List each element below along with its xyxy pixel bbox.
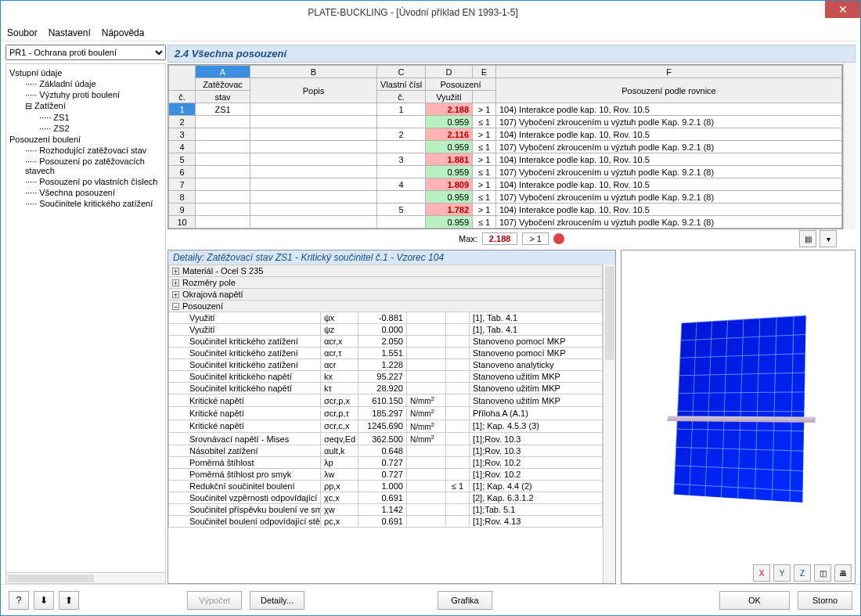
- footer: ? ⬇ ⬆ Výpočet Detaily... Grafika OK Stor…: [1, 584, 860, 615]
- view-print-icon[interactable]: 🖶: [834, 564, 852, 582]
- preview-3d[interactable]: [621, 250, 855, 563]
- detail-group[interactable]: +Materiál - Ocel S 235: [169, 265, 603, 277]
- app-window: PLATE-BUCKLING - [Úvodní příklad EN 1993…: [0, 0, 861, 616]
- detail-row[interactable]: Srovnávací napětí - Misesσeqv,Ed362.500N…: [169, 432, 603, 445]
- tree-item[interactable]: ····· Posouzení po vlastních číslech: [8, 176, 164, 187]
- titlebar: PLATE-BUCKLING - [Úvodní příklad EN 1993…: [1, 1, 860, 24]
- section-title: 2.4 Všechna posouzení: [168, 45, 856, 63]
- max-value: 2.188: [482, 232, 518, 245]
- ok-button[interactable]: OK: [719, 591, 790, 610]
- details-title: Detaily: Zatěžovací stav ZS1 - Kritický …: [168, 250, 615, 265]
- details-button[interactable]: Detaily...: [250, 591, 304, 610]
- preview-panel: X Y Z ◫ 🖶: [621, 250, 856, 584]
- col-D[interactable]: D: [426, 66, 473, 78]
- col-E[interactable]: E: [473, 66, 496, 78]
- detail-row[interactable]: Součinitel boulení odpovídající stěněρc,…: [169, 516, 603, 528]
- lower-panel: Detaily: Zatěžovací stav ZS1 - Kritický …: [168, 250, 856, 584]
- table-row[interactable]: 951.782> 1104) Interakce podle kap. 10, …: [169, 204, 842, 216]
- export-icon[interactable]: ⬆: [59, 591, 79, 610]
- col-B[interactable]: B: [250, 66, 377, 78]
- tree-item[interactable]: ····· ZS2: [8, 123, 164, 134]
- filter-button-2[interactable]: ▾: [820, 230, 837, 247]
- detail-row[interactable]: Součinitel kritického zatíženíαcr,τ1.551…: [169, 348, 603, 359]
- detail-group[interactable]: +Rozměry pole: [169, 277, 603, 289]
- col-C[interactable]: C: [377, 66, 426, 78]
- cancel-button[interactable]: Storno: [798, 591, 852, 610]
- detail-row[interactable]: Součinitel vzpěrnosti odpovídající prutu…: [169, 492, 603, 504]
- details-panel: Detaily: Zatěžovací stav ZS1 - Kritický …: [168, 250, 616, 584]
- tree-item[interactable]: ····· Výztuhy proti boulení: [8, 89, 164, 100]
- col-F[interactable]: F: [496, 66, 842, 78]
- graphics-button[interactable]: Grafika: [438, 591, 492, 610]
- detail-row[interactable]: Využitíψz0.000[1], Tab. 4.1: [169, 324, 603, 336]
- tree-scrollbar[interactable]: [5, 573, 166, 584]
- detail-group[interactable]: −Posouzení: [169, 301, 603, 312]
- tree-item[interactable]: ⊟ Zatížení: [8, 100, 164, 112]
- tree-item[interactable]: Posouzení boulení: [8, 134, 164, 145]
- filter-button-1[interactable]: ▤: [799, 230, 816, 247]
- preview-toolbar: X Y Z ◫ 🖶: [621, 563, 855, 583]
- detail-row[interactable]: Redukční součinitel bouleníρp,x1.000≤ 1[…: [169, 481, 603, 492]
- table-row[interactable]: 20.959≤ 1107) Vybočení zkroucením u výzt…: [169, 116, 842, 128]
- fail-icon: [553, 233, 564, 244]
- detail-row[interactable]: Poměrná štíhlost pro smykλw0.727[1];Rov.…: [169, 469, 603, 481]
- detail-row[interactable]: Násobitel zatíženíαult,k0.648[1];Rov. 10…: [169, 445, 603, 457]
- detail-row[interactable]: Kritické napětíσcr,p,x610.150N/mm2Stanov…: [169, 394, 603, 407]
- table-row[interactable]: 80.959≤ 1107) Vybočení zkroucením u výzt…: [169, 191, 842, 204]
- sidebar: PŘ1 - Ochrana proti boulení Vstupní údaj…: [5, 45, 166, 584]
- nav-tree[interactable]: Vstupní údaje····· Základní údaje····· V…: [5, 63, 166, 573]
- max-cmp: > 1: [522, 232, 549, 245]
- table-row[interactable]: 1ZS112.188> 1104) Interakce podle kap. 1…: [169, 103, 842, 116]
- close-button[interactable]: ✕: [825, 1, 860, 18]
- detail-row[interactable]: Součinitel kritického napětíkx95.227Stan…: [169, 371, 603, 383]
- details-scrollbar[interactable]: [603, 265, 615, 583]
- menu-napoveda[interactable]: Nápověda: [102, 27, 145, 38]
- tree-item[interactable]: ····· ZS1: [8, 112, 164, 123]
- import-icon[interactable]: ⬇: [34, 591, 54, 610]
- detail-group[interactable]: +Okrajová napětí: [169, 289, 603, 301]
- calc-button[interactable]: Výpočet: [187, 591, 242, 610]
- help-icon[interactable]: ?: [9, 591, 29, 610]
- table-row[interactable]: 60.959≤ 1107) Vybočení zkroucením u výzt…: [169, 166, 842, 178]
- results-grid[interactable]: A B C D E F Zatěžovac Popis Vlastní čísl…: [168, 64, 843, 229]
- detail-row[interactable]: Kritické napětíσcr,c,x1245.690N/mm2[1]; …: [169, 420, 603, 432]
- menu-soubor[interactable]: Soubor: [7, 27, 38, 38]
- detail-row[interactable]: Součinitel příspěvku boulení ve smykuχw1…: [169, 504, 603, 516]
- view-z-icon[interactable]: Z: [794, 564, 811, 582]
- max-row: Max: 2.188 > 1 ▤ ▾: [168, 229, 856, 248]
- tree-item[interactable]: Vstupní údaje: [8, 67, 164, 78]
- case-selector[interactable]: PŘ1 - Ochrana proti boulení: [5, 45, 166, 60]
- table-row[interactable]: 100.959≤ 1107) Vybočení zkroucením u výz…: [169, 216, 842, 229]
- menubar: Soubor Nastavení Nápověda: [1, 24, 860, 41]
- main-panel: 2.4 Všechna posouzení A B C D E: [168, 45, 856, 584]
- col-A[interactable]: A: [196, 66, 250, 78]
- table-row[interactable]: 322.116> 1104) Interakce podle kap. 10, …: [169, 128, 842, 141]
- detail-row[interactable]: Kritické napětíσcr,p,τ185.297N/mm2Příloh…: [169, 407, 603, 420]
- tree-item[interactable]: ····· Součinitele kritického zatížení: [8, 198, 164, 209]
- table-row[interactable]: 531.881> 1104) Interakce podle kap. 10, …: [169, 153, 842, 166]
- detail-row[interactable]: Součinitel kritického napětíkτ28.920Stan…: [169, 383, 603, 394]
- tree-item[interactable]: ····· Posouzení po zatěžovacích stavech: [8, 156, 164, 176]
- grid-scrollbar[interactable]: [843, 63, 856, 229]
- detail-row[interactable]: Součinitel kritického zatíženíαcr1.228St…: [169, 359, 603, 371]
- detail-row[interactable]: Poměrná štíhlostλp0.727[1];Rov. 10.2: [169, 457, 603, 469]
- menu-nastaveni[interactable]: Nastavení: [49, 27, 91, 38]
- detail-row[interactable]: Součinitel kritického zatíženíαcr,x2.050…: [169, 336, 603, 348]
- table-row[interactable]: 741.809> 1104) Interakce podle kap. 10, …: [169, 178, 842, 191]
- tree-item[interactable]: ····· Rozhodující zatěžovací stav: [8, 145, 164, 156]
- table-row[interactable]: 40.959≤ 1107) Vybočení zkroucením u výzt…: [169, 141, 842, 153]
- view-iso-icon[interactable]: ◫: [814, 564, 831, 582]
- detail-row[interactable]: Využitíψx-0.881[1], Tab. 4.1: [169, 312, 603, 324]
- tree-item[interactable]: ····· Základní údaje: [8, 78, 164, 89]
- content: PŘ1 - Ochrana proti boulení Vstupní údaj…: [1, 41, 860, 584]
- window-title: PLATE-BUCKLING - [Úvodní příklad EN 1993…: [1, 7, 825, 18]
- view-y-icon[interactable]: Y: [773, 564, 791, 582]
- view-x-icon[interactable]: X: [753, 564, 770, 582]
- tree-item[interactable]: ····· Všechna posouzení: [8, 187, 164, 198]
